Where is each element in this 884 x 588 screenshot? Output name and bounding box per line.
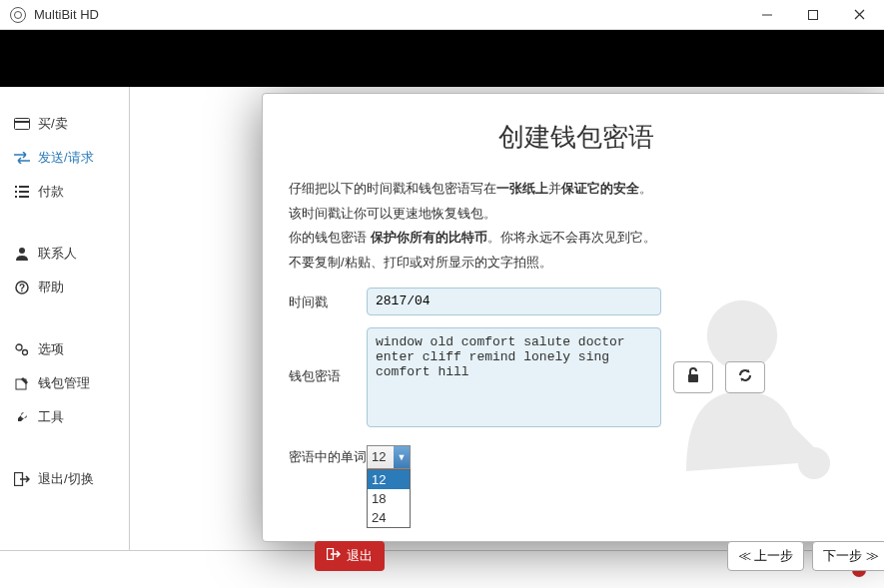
gears-icon	[14, 341, 30, 357]
sidebar-item-label: 联系人	[38, 245, 77, 263]
seed-label: 钱包密语	[289, 327, 367, 385]
sidebar-item-label: 钱包管理	[38, 374, 90, 392]
wordcount-option[interactable]: 18	[368, 489, 410, 508]
refresh-button[interactable]	[725, 361, 765, 393]
svg-point-12	[19, 248, 25, 254]
refresh-icon	[737, 367, 753, 386]
sidebar-item-sendrequest[interactable]: 发送/请求	[0, 141, 129, 175]
sidebar-item-help[interactable]: ? 帮助	[0, 271, 129, 304]
svg-point-15	[16, 344, 22, 350]
sidebar-item-tools[interactable]: 工具	[0, 400, 129, 434]
svg-point-16	[23, 350, 28, 355]
create-wallet-dialog: 创建钱包密语 仔细把以下的时间戳和钱包密语写在一张纸上并保证它的安全。 该时间戳…	[262, 93, 884, 542]
chevron-down-icon: ▼	[394, 446, 410, 468]
svg-rect-4	[15, 119, 30, 130]
signout-icon	[14, 471, 30, 487]
sidebar-item-label: 发送/请求	[38, 149, 94, 167]
sidebar-item-label: 退出/切换	[38, 470, 94, 488]
wrench-icon	[14, 409, 30, 425]
sidebar-item-label: 帮助	[38, 279, 64, 296]
sidebar-item-label: 选项	[38, 340, 64, 358]
wordcount-label: 密语中的单词	[289, 448, 367, 466]
svg-rect-21	[688, 374, 698, 382]
transfer-icon	[14, 150, 30, 166]
content-area: 创建钱包密语 仔细把以下的时间戳和钱包密语写在一张纸上并保证它的安全。 该时间戳…	[130, 87, 884, 550]
chevron-left-icon: ≪	[738, 548, 755, 563]
timestamp-label: 时间戳	[289, 288, 367, 311]
credit-card-icon	[14, 116, 30, 132]
maximize-button[interactable]	[790, 0, 836, 30]
wordcount-select[interactable]: 12 ▼	[367, 445, 411, 469]
header-banner	[0, 30, 884, 87]
dialog-instructions: 仔细把以下的时间戳和钱包密语写在一张纸上并保证它的安全。 该时间戳让你可以更速地…	[289, 177, 864, 276]
wordcount-option[interactable]: 24	[368, 508, 410, 527]
wordcount-option[interactable]: 12	[368, 470, 410, 489]
sidebar-item-walletmgmt[interactable]: 钱包管理	[0, 366, 129, 400]
titlebar: MultiBit HD	[0, 0, 884, 30]
sidebar-item-exit[interactable]: 退出/切换	[0, 462, 129, 496]
prev-button[interactable]: ≪ 上一步	[727, 541, 805, 571]
window-title: MultiBit HD	[34, 7, 99, 22]
svg-rect-5	[14, 121, 30, 123]
timestamp-input[interactable]	[367, 288, 661, 315]
chevron-right-icon: ≫	[862, 548, 879, 563]
exit-button[interactable]: 退出	[315, 541, 385, 571]
seed-textarea[interactable]: window old comfort salute doctor enter c…	[367, 327, 661, 427]
next-button[interactable]: 下一步 ≫	[812, 541, 884, 571]
sidebar: 买/卖 发送/请求 付款 联系人 ? 帮助 选项 钱包管理	[0, 87, 130, 550]
sidebar-item-contacts[interactable]: 联系人	[0, 237, 129, 271]
unlock-button[interactable]	[673, 361, 713, 393]
user-icon	[14, 246, 30, 262]
wordcount-dropdown: 12 18 24	[367, 469, 411, 528]
sidebar-item-label: 买/卖	[38, 115, 68, 133]
sidebar-item-options[interactable]: 选项	[0, 332, 129, 366]
sidebar-item-label: 付款	[38, 183, 64, 201]
list-icon	[14, 184, 30, 200]
svg-text:?: ?	[19, 283, 25, 294]
unlock-icon	[685, 367, 701, 386]
help-icon: ?	[14, 280, 30, 295]
minimize-button[interactable]	[744, 0, 790, 30]
sidebar-item-payments[interactable]: 付款	[0, 175, 129, 209]
sidebar-item-label: 工具	[38, 408, 64, 426]
sidebar-item-buysell[interactable]: 买/卖	[0, 107, 129, 141]
svg-rect-1	[809, 10, 818, 19]
app-icon	[10, 7, 26, 23]
edit-icon	[14, 375, 30, 391]
signout-icon	[327, 548, 341, 563]
dialog-title: 创建钱包密语	[289, 120, 864, 155]
close-button[interactable]	[836, 0, 882, 30]
